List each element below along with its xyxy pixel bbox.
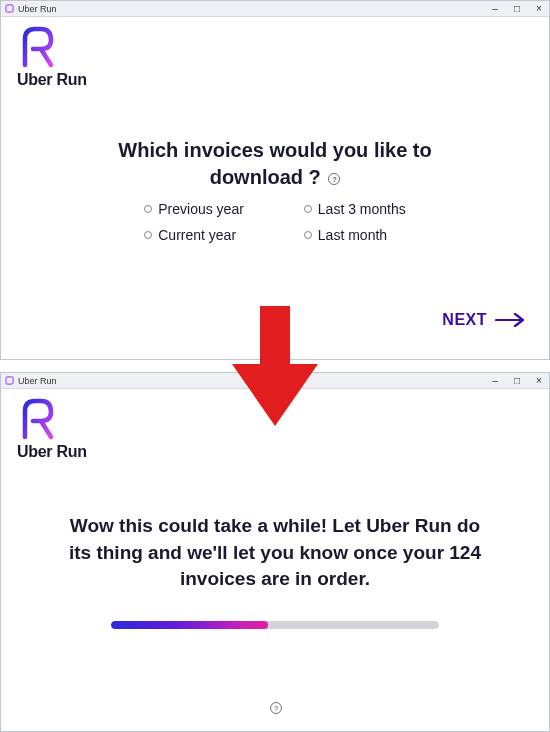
progress-message: Wow this could take a while! Let Uber Ru… [1, 513, 549, 593]
option-current-year[interactable]: Current year [144, 227, 244, 243]
close-button[interactable]: × [533, 3, 545, 14]
maximize-button[interactable]: □ [511, 375, 523, 386]
app-icon [5, 4, 14, 13]
headline-line2: download ? [210, 166, 321, 188]
help-icon: ? [270, 702, 282, 714]
option-previous-year[interactable]: Previous year [144, 201, 244, 217]
titlebar-title: Uber Run [18, 4, 57, 14]
brand-name: Uber Run [17, 443, 87, 461]
option-last-3-months[interactable]: Last 3 months [304, 201, 406, 217]
maximize-button[interactable]: □ [511, 3, 523, 14]
svg-rect-2 [6, 377, 13, 384]
progress-bar [111, 621, 439, 629]
brand-name: Uber Run [17, 71, 87, 89]
headline: Which invoices would you like to downloa… [1, 137, 549, 191]
radio-icon [304, 205, 312, 213]
option-label: Previous year [158, 201, 244, 217]
option-last-month[interactable]: Last month [304, 227, 406, 243]
brand-logo: Uber Run [17, 397, 87, 461]
option-label: Last month [318, 227, 387, 243]
logo-r-icon [17, 397, 57, 441]
minimize-button[interactable]: – [489, 3, 501, 14]
headline-line1: Which invoices would you like to [118, 139, 431, 161]
invoice-period-options: Previous year Current year Last 3 months… [1, 201, 549, 243]
app-icon [5, 376, 14, 385]
radio-icon [144, 205, 152, 213]
next-button[interactable]: NEXT [442, 311, 525, 329]
close-button[interactable]: × [533, 375, 545, 386]
window-select-invoices: Uber Run – □ × Uber Run Which invoices w… [0, 0, 550, 360]
option-label: Current year [158, 227, 236, 243]
brand-logo: Uber Run [17, 25, 87, 89]
titlebar: Uber Run – □ × [1, 1, 549, 17]
logo-r-icon [17, 25, 57, 69]
window-download-progress: Uber Run – □ × Uber Run Wow this could t… [0, 372, 550, 732]
option-label: Last 3 months [318, 201, 406, 217]
radio-icon [144, 231, 152, 239]
titlebar-title: Uber Run [18, 376, 57, 386]
radio-icon [304, 231, 312, 239]
svg-rect-0 [6, 5, 13, 12]
next-label: NEXT [442, 311, 487, 329]
progress-fill [111, 621, 268, 629]
help-button[interactable]: ? [268, 699, 282, 717]
help-icon[interactable]: ? [328, 173, 340, 185]
arrow-right-icon [495, 313, 525, 327]
minimize-button[interactable]: – [489, 375, 501, 386]
titlebar: Uber Run – □ × [1, 373, 549, 389]
